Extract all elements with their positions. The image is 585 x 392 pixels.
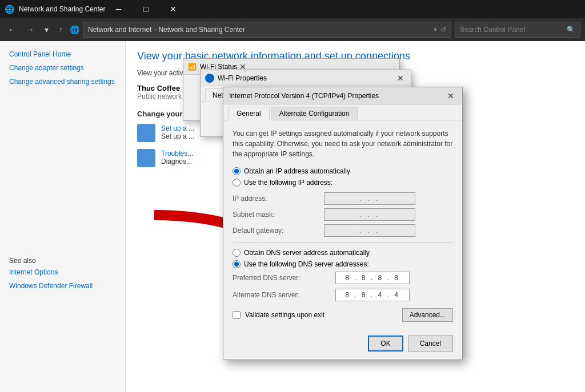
radio-manual-dns[interactable] [233,260,241,268]
close-button[interactable]: ✕ [160,0,186,18]
radio-manual-ip-row: Use the following IP address: [233,179,453,187]
breadcrumb-dropdown[interactable]: ▾ [434,26,437,34]
app-icon-small: 🌐 [70,25,79,34]
radio-auto-ip-label: Obtain an IP address automatically [244,167,350,175]
maximize-button[interactable]: □ [133,0,159,18]
back-button[interactable]: ← [5,23,19,37]
validate-row: Validate settings upon exit Advanced... [233,308,453,322]
radio-auto-dns-label: Obtain DNS server address automatically [244,249,370,257]
radio-manual-ip-label: Use the following IP address: [244,179,332,187]
breadcrumb[interactable]: Network and Internet › Network and Shari… [83,22,451,38]
ip-address-input[interactable]: . . . [324,192,415,205]
cancel-button[interactable]: Cancel [408,336,453,351]
tcp-button-row: OK Cancel [223,330,462,359]
subnet-label: Subnet mask: [233,211,324,219]
tcp-titlebar: Internet Protocol Version 4 (TCP/IPv4) P… [223,87,462,104]
gateway-row: Default gateway: . . . [233,224,453,237]
window-title: Network and Sharing Center [19,5,105,13]
wifi-status-icon: 📶 [188,63,197,71]
sidebar-home-link[interactable]: Control Panel Home [9,50,116,58]
ip-radio-group: Obtain an IP address automatically Use t… [233,167,453,187]
validate-label: Validate settings upon exit [245,311,398,319]
radio-auto-ip-row: Obtain an IP address automatically [233,167,453,175]
radio-manual-dns-row: Use the following DNS server addresses: [233,260,453,268]
validate-checkbox[interactable] [233,311,241,319]
tab-general[interactable]: General [228,107,270,120]
divider [233,243,453,243]
tcp-description: You can get IP settings assigned automat… [233,128,453,159]
alternate-dns-label: Alternate DNS server: [233,291,335,299]
dialog-overlay: 📶 Wi-Fi Status ✕ Wi-Fi Properties ✕ Netw… [126,41,585,392]
address-bar: ← → ▾ ↑ 🌐 Network and Internet › Network… [0,18,585,41]
search-box[interactable]: Search Control Panel 🔍 [455,22,580,38]
radio-auto-dns[interactable] [233,249,241,257]
see-also-title: See also [9,257,116,265]
radio-manual-ip[interactable] [233,179,241,187]
tcp-close-button[interactable]: ✕ [445,90,456,102]
tcp-title: Internet Protocol Version 4 (TCP/IPv4) P… [229,92,445,100]
gateway-label: Default gateway: [233,227,324,235]
advanced-button[interactable]: Advanced... [402,308,453,322]
sidebar-internet-options-link[interactable]: Internet Options [9,268,116,276]
title-bar: 🌐 Network and Sharing Center ─ □ ✕ [0,0,585,18]
sidebar: Control Panel Home Change adapter settin… [0,41,126,392]
breadcrumb-part2: Network and Sharing Center [158,26,245,34]
minimize-button[interactable]: ─ [105,0,131,18]
preferred-dns-label: Preferred DNS server: [233,274,335,282]
preferred-dns-row: Preferred DNS server: [233,272,453,284]
up-button[interactable]: ↑ [55,23,66,37]
preferred-dns-input[interactable] [335,272,410,284]
wifi-props-close-button[interactable]: ✕ [395,72,406,84]
sidebar-adapter-link[interactable]: Change adapter settings [9,64,116,72]
search-placeholder: Search Control Panel [460,26,525,34]
wifi-props-icon [205,74,214,83]
ok-button[interactable]: OK [368,336,403,351]
alternate-dns-input[interactable] [335,289,410,301]
wifi-props-title: Wi-Fi Properties [218,74,267,82]
ip-address-label: IP address: [233,195,324,203]
breadcrumb-part1: Network and Internet [88,26,151,34]
window-controls: ─ □ ✕ [105,0,186,18]
tcp-dialog: Internet Protocol Version 4 (TCP/IPv4) P… [223,87,463,360]
ip-fields: IP address: . . . Subnet mask: . . . Def… [233,192,453,237]
content-area: View your basic network information and … [126,41,585,392]
tcp-content: You can get IP settings assigned automat… [223,120,462,330]
app-icon: 🌐 [5,5,14,14]
breadcrumb-separator: › [154,26,156,34]
sidebar-sharing-link[interactable]: Change advanced sharing settings [9,78,116,86]
subnet-row: Subnet mask: . . . [233,208,453,221]
dns-section: Obtain DNS server address automatically … [233,249,453,301]
main-container: Control Panel Home Change adapter settin… [0,41,585,392]
sidebar-firewall-link[interactable]: Windows Defender Firewall [9,282,116,290]
wifi-props-titlebar: Wi-Fi Properties ✕ [201,70,411,86]
refresh-button[interactable]: ↺ [440,26,446,34]
alternate-dns-row: Alternate DNS server: [233,289,453,301]
search-icon: 🔍 [567,26,575,34]
ip-address-row: IP address: . . . [233,192,453,205]
radio-manual-dns-label: Use the following DNS server addresses: [244,260,369,268]
gateway-input[interactable]: . . . [324,224,415,237]
forward-button[interactable]: → [23,23,38,37]
recent-button[interactable]: ▾ [41,23,52,37]
tcp-tabs: General Alternate Configuration [223,104,462,120]
tab-alternate[interactable]: Alternate Configuration [271,107,358,120]
subnet-input[interactable]: . . . [324,208,415,221]
radio-auto-dns-row: Obtain DNS server address automatically [233,249,453,257]
radio-auto-ip[interactable] [233,167,241,175]
